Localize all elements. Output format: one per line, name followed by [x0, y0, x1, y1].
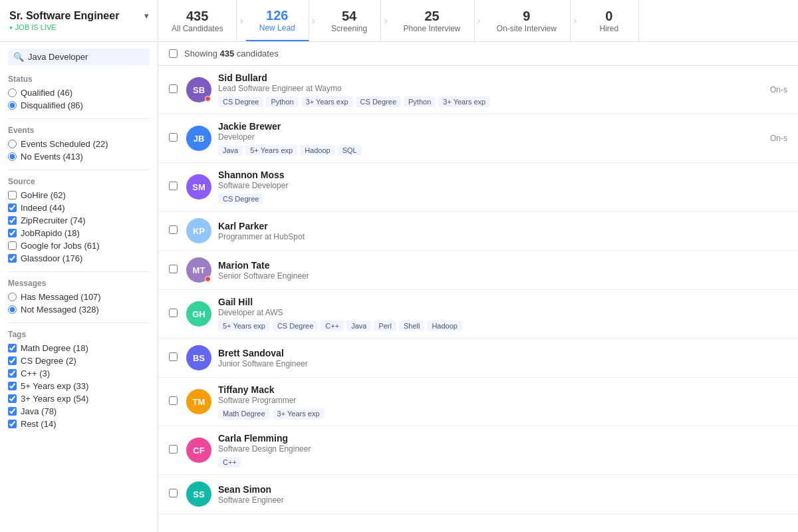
- filter-option[interactable]: JobRapido (18): [8, 228, 150, 238]
- candidate-row[interactable]: JBJackie BrewerDeveloperJava5+ Years exp…: [158, 114, 798, 163]
- candidate-checkbox[interactable]: [169, 182, 178, 190]
- filter-section-messages: MessagesHas Messaged (107)Not Messaged (…: [8, 279, 150, 315]
- avatar: TM: [186, 389, 211, 414]
- candidate-tag: Java: [218, 145, 243, 156]
- filter-checkbox[interactable]: [8, 229, 17, 237]
- pipeline-tab-phone-interview[interactable]: 25Phone Interview: [390, 0, 474, 41]
- candidate-checkbox[interactable]: [169, 445, 178, 454]
- candidate-checkbox[interactable]: [169, 225, 178, 234]
- filter-checkbox[interactable]: [8, 216, 17, 225]
- candidate-row[interactable]: CFCarla FlemmingSoftware Design Engineer…: [158, 426, 798, 475]
- candidate-tag: Perl: [374, 321, 396, 331]
- job-title[interactable]: Sr. Software Engineer ▾: [9, 10, 148, 22]
- filter-option[interactable]: No Events (413): [8, 152, 150, 162]
- candidate-row[interactable]: KPKarl ParkerProgrammer at HubSpot: [158, 211, 798, 251]
- pipeline-tab-onsite-interview[interactable]: 9On-site Interview: [483, 0, 571, 41]
- candidate-checkbox[interactable]: [169, 84, 178, 93]
- filter-radio[interactable]: [8, 101, 17, 110]
- filter-checkbox[interactable]: [8, 407, 17, 416]
- avatar: CF: [186, 438, 211, 463]
- filter-option[interactable]: GoHire (62): [8, 190, 150, 200]
- online-indicator: [205, 96, 211, 102]
- chevron-down-icon[interactable]: ▾: [144, 11, 148, 21]
- candidate-checkbox[interactable]: [169, 309, 178, 317]
- candidate-tag: Hadoop: [427, 321, 462, 331]
- candidate-row[interactable]: BSBrett SandovalJunior Software Engineer: [158, 338, 798, 378]
- filter-radio[interactable]: [8, 305, 17, 314]
- search-input[interactable]: [28, 52, 144, 62]
- filter-option-label: GoHire (62): [21, 190, 66, 200]
- candidate-tag: CS Degree: [218, 194, 263, 204]
- candidate-checkbox[interactable]: [169, 396, 178, 405]
- filter-option[interactable]: 3+ Years exp (54): [8, 394, 150, 404]
- filter-option[interactable]: ZipRecruiter (74): [8, 215, 150, 225]
- filter-option[interactable]: Has Messaged (107): [8, 292, 150, 302]
- filter-option[interactable]: Google for Jobs (61): [8, 241, 150, 251]
- filter-section-label: Status: [8, 74, 150, 84]
- filter-checkbox[interactable]: [8, 369, 17, 378]
- candidate-row[interactable]: SBSid BullardLead Software Engineer at W…: [158, 66, 798, 114]
- candidate-tag: Python: [404, 96, 436, 107]
- filter-radio[interactable]: [8, 293, 17, 301]
- select-all-checkbox[interactable]: [169, 49, 178, 58]
- pipeline-arrow-icon: ›: [309, 0, 318, 41]
- search-icon: 🔍: [13, 52, 24, 62]
- candidate-tag: CS Degree: [218, 96, 263, 107]
- filter-checkbox[interactable]: [8, 203, 17, 212]
- candidate-row[interactable]: SSSean SimonSoftware Engineer: [158, 475, 798, 514]
- filter-radio[interactable]: [8, 140, 17, 148]
- pipeline-tab-all[interactable]: 435All Candidates: [158, 0, 237, 41]
- candidate-name: Carla Flemming: [218, 433, 787, 444]
- filter-option[interactable]: 5+ Years exp (33): [8, 381, 150, 391]
- filter-radio[interactable]: [8, 88, 17, 97]
- filter-option[interactable]: Qualified (46): [8, 88, 150, 98]
- filter-option[interactable]: Java (78): [8, 406, 150, 416]
- pipeline-tab-screening[interactable]: 54Screening: [318, 0, 381, 41]
- candidate-checkbox[interactable]: [169, 489, 178, 497]
- candidate-checkbox[interactable]: [169, 265, 178, 273]
- filter-section-label: Messages: [8, 279, 150, 288]
- filter-checkbox[interactable]: [8, 191, 17, 200]
- filter-checkbox[interactable]: [8, 254, 17, 263]
- filter-checkbox[interactable]: [8, 420, 17, 428]
- candidate-name: Tiffany Mack: [218, 384, 787, 395]
- pipeline-tab-new-lead[interactable]: 126New Lead: [246, 0, 309, 41]
- candidate-checkbox[interactable]: [169, 133, 178, 142]
- filter-option[interactable]: Math Degree (18): [8, 343, 150, 353]
- filter-checkbox[interactable]: [8, 344, 17, 352]
- candidate-title: Software Developer: [218, 181, 787, 190]
- candidate-row[interactable]: GHGail HillDeveloper at AWS5+ Years expC…: [158, 290, 798, 338]
- candidate-row[interactable]: SMShannon MossSoftware DeveloperCS Degre…: [158, 163, 798, 211]
- filter-option-label: JobRapido (18): [21, 228, 80, 238]
- search-box[interactable]: 🔍: [8, 49, 150, 65]
- candidate-row[interactable]: MTMarion TateSenior Software Engineer: [158, 251, 798, 290]
- filter-checkbox[interactable]: [8, 356, 17, 365]
- filter-radio[interactable]: [8, 152, 17, 161]
- filter-option[interactable]: Rest (14): [8, 419, 150, 429]
- filter-option-label: Java (78): [21, 406, 57, 416]
- candidate-row[interactable]: TMTiffany MackSoftware ProgrammerMath De…: [158, 378, 798, 426]
- filter-option[interactable]: Events Scheduled (22): [8, 139, 150, 149]
- filter-option[interactable]: Disqualified (86): [8, 100, 150, 110]
- filter-checkbox[interactable]: [8, 382, 17, 390]
- filter-option-label: Indeed (44): [21, 203, 65, 213]
- filter-checkbox[interactable]: [8, 394, 17, 403]
- candidate-name: Karl Parker: [218, 221, 787, 231]
- candidate-tag: CS Degree: [273, 321, 318, 331]
- candidate-name: Sid Bullard: [218, 72, 763, 83]
- pipeline-arrow-icon: ›: [475, 0, 483, 41]
- filter-option[interactable]: Not Messaged (328): [8, 305, 150, 315]
- pipeline-tab-hired[interactable]: 0Hired: [579, 0, 639, 41]
- candidate-info: Brett SandovalJunior Software Engineer: [218, 348, 787, 368]
- candidate-info: Marion TateSenior Software Engineer: [218, 260, 787, 281]
- filter-option[interactable]: Glassdoor (176): [8, 253, 150, 263]
- filter-checkbox[interactable]: [8, 241, 17, 250]
- filter-option-label: Rest (14): [21, 419, 56, 429]
- candidate-checkbox[interactable]: [169, 352, 178, 361]
- filter-option[interactable]: C++ (3): [8, 368, 150, 378]
- candidate-tag: Hadoop: [300, 145, 335, 156]
- filter-option[interactable]: Indeed (44): [8, 203, 150, 213]
- filter-option[interactable]: CS Degree (2): [8, 356, 150, 366]
- avatar: SB: [186, 77, 211, 102]
- candidate-name: Marion Tate: [218, 260, 787, 271]
